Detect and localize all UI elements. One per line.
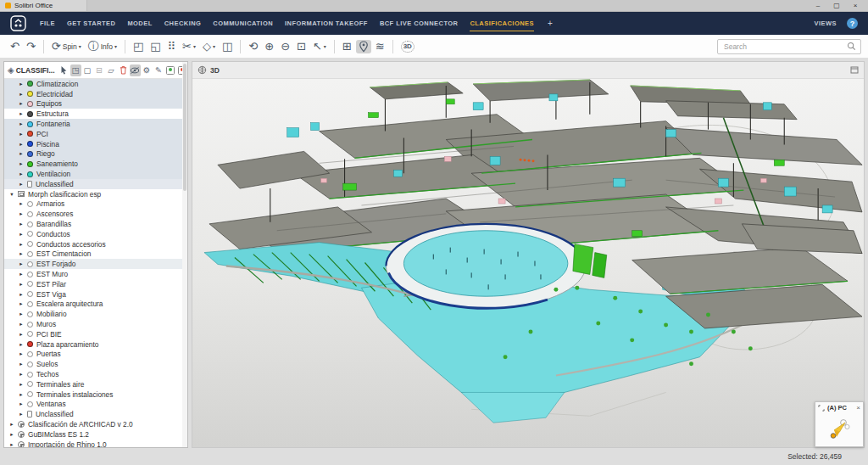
chevron-collapsed-icon[interactable]: ▸	[19, 131, 24, 137]
chevron-collapsed-icon[interactable]: ▸	[19, 221, 24, 227]
chevron-collapsed-icon[interactable]: ▸	[9, 441, 14, 447]
tree-item-est-cimentacion[interactable]: ▸EST Cimentacion	[4, 249, 187, 260]
settings-button[interactable]: ⚙	[142, 64, 153, 76]
minimize-button[interactable]: –	[809, 0, 827, 11]
chevron-collapsed-icon[interactable]: ▸	[19, 391, 24, 398]
search-box[interactable]	[717, 39, 861, 54]
help-icon[interactable]: ?	[847, 18, 858, 29]
tree-item-techos[interactable]: ▸Techos	[4, 369, 187, 379]
menu-item-checking[interactable]: CHECKING	[164, 12, 202, 35]
chevron-collapsed-icon[interactable]: ▸	[19, 381, 24, 388]
tree-item-est-muro[interactable]: ▸EST Muro	[4, 269, 187, 279]
tree-item-conductos-accesorios[interactable]: ▸Conductos accesorios	[4, 239, 187, 249]
tree-item-clasificaci-n-de-archicad-v-2-0[interactable]: ▸Clasificación de ARCHICAD v 2.0	[4, 419, 187, 429]
chevron-collapsed-icon[interactable]: ▸	[19, 250, 24, 257]
maximize-button[interactable]: ▢	[827, 0, 846, 11]
expand-icon[interactable]	[818, 405, 825, 412]
menu-item-model[interactable]: MODEL	[127, 12, 152, 35]
menu-item-bcf-live-connector[interactable]: BCF LIVE CONNECTOR	[380, 12, 459, 35]
tree-item-fontaneria[interactable]: ▸Fontaneria	[4, 119, 187, 129]
new-classification-button[interactable]: ▢	[82, 64, 93, 76]
app-tab[interactable]: Solibri Office	[0, 0, 87, 11]
tree-item-climatizacion[interactable]: ▸Climatizacion	[4, 79, 187, 89]
tree-item-est-viga[interactable]: ▸EST Viga	[4, 289, 187, 300]
tree-item-ascensores[interactable]: ▸Ascensores	[4, 209, 187, 219]
chevron-collapsed-icon[interactable]: ▸	[9, 421, 14, 428]
chevron-collapsed-icon[interactable]: ▸	[19, 350, 24, 357]
menu-item-communication[interactable]: COMMUNICATION	[213, 12, 273, 35]
tree-item-barandillas[interactable]: ▸Barandillas	[4, 219, 187, 229]
chevron-collapsed-icon[interactable]: ▸	[19, 241, 24, 248]
tree-item-ventilacion[interactable]: ▸Ventilacion	[4, 169, 187, 179]
chevron-collapsed-icon[interactable]: ▸	[19, 81, 24, 87]
select-similar-button[interactable]: ◱	[147, 39, 163, 53]
tree-item-unclassified[interactable]: ▸Unclassified	[4, 179, 187, 189]
zoom-extents-button[interactable]: ⊡	[294, 39, 309, 53]
pick-button[interactable]: ↖▾	[310, 39, 329, 53]
chevron-collapsed-icon[interactable]: ▸	[19, 110, 24, 117]
zoom-in-button[interactable]: ⊕	[262, 39, 276, 53]
select-components-button[interactable]: ◰	[131, 39, 146, 53]
tree-item-terminales-instalaciones[interactable]: ▸Terminales instalaciones	[4, 389, 187, 400]
hide-unclassified-button[interactable]	[130, 64, 141, 76]
sectioning-button[interactable]: ◇▾	[200, 39, 218, 53]
tree-item-unclassified[interactable]: ▸Unclassified	[4, 409, 187, 419]
chevron-collapsed-icon[interactable]: ▸	[19, 231, 24, 238]
close-button[interactable]: ×	[846, 0, 865, 11]
edit-classification-button[interactable]: ✎	[153, 64, 164, 76]
pick-in-model-button[interactable]	[58, 64, 70, 76]
tree-item-muros[interactable]: ▸Muros	[4, 319, 187, 329]
zoom-out-button[interactable]: ⊖	[278, 39, 292, 53]
duplicate-classification-button[interactable]: ⊟	[94, 64, 105, 76]
tree-item-plaza-aparcamiento[interactable]: ▸Plaza aparcamiento	[4, 339, 187, 350]
chevron-collapsed-icon[interactable]: ▸	[19, 361, 24, 367]
orientation-pointer-icon[interactable]	[815, 413, 863, 445]
menu-item-file[interactable]: FILE	[40, 12, 55, 35]
chevron-collapsed-icon[interactable]: ▸	[19, 261, 24, 267]
tree-item-armarios[interactable]: ▸Armarios	[4, 199, 187, 210]
zoom-rotate-button[interactable]: ⟲	[246, 39, 260, 53]
info-button[interactable]: ⓘInfo▾	[86, 39, 120, 53]
tree-item-pci-bie[interactable]: ▸PCI BIE	[4, 329, 187, 339]
3d-view-button[interactable]: 3D	[398, 40, 417, 53]
chevron-expanded-icon[interactable]: ▾	[9, 191, 14, 198]
tree-item-suelos[interactable]: ▸Suelos	[4, 359, 187, 369]
tree-item-saneamiento[interactable]: ▸Saneamiento	[4, 159, 187, 169]
scrollbar-thumb[interactable]	[183, 64, 186, 191]
tree-item-pci[interactable]: ▸PCI	[4, 129, 187, 139]
chevron-collapsed-icon[interactable]: ▸	[19, 341, 24, 348]
tree-item-piscina[interactable]: ▸Piscina	[4, 139, 187, 149]
chevron-collapsed-icon[interactable]: ▸	[19, 91, 24, 98]
section-box-button[interactable]: ◫	[220, 39, 235, 53]
tree-item-escalera-arquitectura[interactable]: ▸Escalera arquitectura	[4, 300, 187, 310]
menu-item-clasificaciones[interactable]: CLASIFICACIONES	[470, 12, 534, 35]
search-input[interactable]	[722, 42, 847, 52]
chevron-collapsed-icon[interactable]: ▸	[19, 371, 24, 378]
chevron-collapsed-icon[interactable]: ▸	[19, 150, 24, 157]
chevron-collapsed-icon[interactable]: ▸	[19, 321, 24, 328]
assign-classification-button[interactable]: ◳	[70, 64, 81, 76]
spin-button[interactable]: ⟳Spin▾	[49, 39, 84, 53]
open-classification-button[interactable]: ▱	[106, 64, 117, 76]
chevron-collapsed-icon[interactable]: ▸	[19, 181, 24, 188]
chevron-collapsed-icon[interactable]: ▸	[19, 401, 24, 407]
panel-scrollbar[interactable]	[182, 62, 187, 447]
chevron-collapsed-icon[interactable]: ▸	[19, 120, 24, 127]
views-button[interactable]: VIEWS	[815, 20, 837, 27]
menu-item-get-started[interactable]: GET STARTED	[67, 12, 115, 35]
tree-item-equipos[interactable]: ▸Equipos	[4, 99, 187, 109]
chevron-collapsed-icon[interactable]: ▸	[19, 411, 24, 417]
chevron-collapsed-icon[interactable]: ▸	[19, 210, 24, 217]
split-button[interactable]: ✂▾	[180, 39, 198, 53]
hide-components-button[interactable]: ⠿	[165, 39, 179, 53]
tree-item-ventanas[interactable]: ▸Ventanas	[4, 400, 187, 410]
layers-button[interactable]: ≋	[373, 39, 387, 53]
tree-item-puertas[interactable]: ▸Puertas	[4, 350, 187, 360]
chevron-collapsed-icon[interactable]: ▸	[19, 311, 24, 317]
tree-item-gubimclass-es-1-2[interactable]: ▸GuBIMclass ES 1.2	[4, 429, 187, 440]
chevron-collapsed-icon[interactable]: ▸	[19, 271, 24, 277]
menu-item-information-takeoff[interactable]: INFORMATION TAKEOFF	[285, 12, 368, 35]
chevron-collapsed-icon[interactable]: ▸	[19, 200, 24, 207]
tree-item-conductos[interactable]: ▸Conductos	[4, 229, 187, 239]
pc-close-icon[interactable]: ×	[856, 404, 860, 412]
